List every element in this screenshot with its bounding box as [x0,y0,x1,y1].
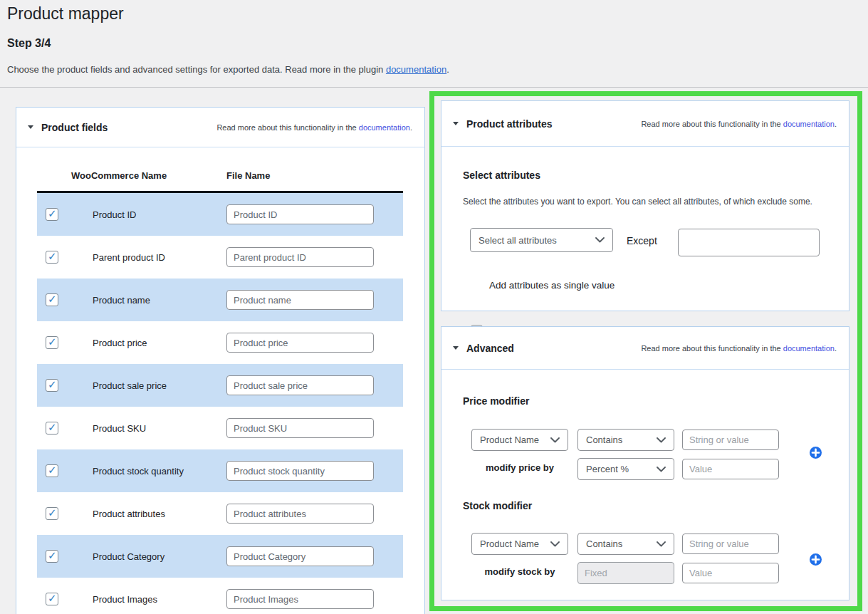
row-checkbox[interactable] [46,336,58,349]
row-filename-input[interactable] [226,247,374,267]
chevron-down-icon [595,237,605,243]
row-checkbox[interactable] [46,550,58,563]
select-attributes-description: Select the attributes you want to export… [463,197,812,207]
row-checkbox[interactable] [46,379,58,392]
stock-modifier-heading: Stock modifier [463,500,532,511]
stock-field-select-value: Product Name [480,538,539,549]
step-indicator: Step 3/4 [7,37,51,50]
price-field-select[interactable]: Product Name [471,429,568,451]
read-more-suffix: . [410,123,412,132]
table-row: Product ID [37,193,403,236]
header-divider [0,87,868,88]
table-row: Parent product ID [37,236,403,279]
stock-condition-select[interactable]: Contains [577,533,674,555]
product-fields-rows: Product ID Parent product ID Product nam… [37,193,403,614]
row-label: Product stock quantity [93,466,184,477]
price-field-select-value: Product Name [480,435,539,445]
row-filename-input[interactable] [226,333,374,353]
row-label: Product attributes [93,509,165,519]
price-string-input[interactable] [682,430,779,450]
select-attributes-heading: Select attributes [463,170,540,181]
documentation-link[interactable]: documentation [783,344,835,353]
read-more-note: Read more about this functionality in th… [641,120,837,128]
chevron-down-icon [657,541,666,547]
price-value-input[interactable] [682,459,779,479]
row-filename-input[interactable] [226,461,374,481]
product-fields-header[interactable]: Product fields Read more about this func… [16,108,424,147]
read-more-text: Read more about this functionality in th… [641,344,783,353]
stock-string-input[interactable] [682,534,779,554]
advanced-header[interactable]: Advanced Read more about this functional… [441,327,849,370]
intro-text-body: Choose the product fields and advanced s… [7,64,386,75]
except-label: Except [627,235,657,246]
row-filename-input[interactable] [226,546,374,566]
row-checkbox[interactable] [46,208,58,221]
row-filename-input[interactable] [226,375,374,395]
price-condition-select-value: Contains [586,435,622,445]
stock-value-input[interactable] [682,563,779,583]
modify-price-by-label: modify price by [471,462,568,473]
row-label: Product SKU [93,423,146,434]
chevron-down-icon [550,541,560,547]
modify-stock-by-label: modify stock by [471,566,568,577]
attributes-select-value: Select all attributes [479,235,557,246]
advanced-title: Advanced [453,343,514,354]
row-checkbox[interactable] [46,251,58,264]
row-filename-input[interactable] [226,204,374,224]
price-modify-type-select[interactable]: Percent % [577,458,674,480]
add-stock-modifier-button[interactable] [810,553,822,566]
product-attributes-header[interactable]: Product attributes Read more about this … [441,101,849,147]
documentation-link[interactable]: documentation [783,120,835,128]
row-label: Product Category [93,551,164,562]
row-checkbox[interactable] [46,507,58,520]
table-row: Product Category [37,535,403,578]
stock-modify-type-disabled-input [577,562,674,584]
product-fields-panel: Product fields Read more about this func… [16,107,425,614]
read-more-text: Read more about this functionality in th… [641,120,783,128]
price-condition-select[interactable]: Contains [577,429,674,451]
product-attributes-title-text: Product attributes [466,118,553,130]
row-checkbox[interactable] [46,593,58,605]
table-row: Product stock quantity [37,449,403,492]
product-attributes-title: Product attributes [453,118,553,130]
advanced-title-text: Advanced [466,343,514,354]
intro-text: Choose the product fields and advanced s… [7,64,449,75]
table-row: Product sale price [37,364,403,407]
row-label: Product sale price [93,380,167,391]
add-price-modifier-button[interactable] [810,447,822,459]
documentation-link[interactable]: documentation [386,64,446,75]
column-header-woocommerce-name: WooCommerce Name [71,170,167,181]
price-modifier-heading: Price modifier [463,395,529,407]
row-checkbox[interactable] [46,293,58,306]
table-row: Product Images [37,578,403,614]
stock-field-select[interactable]: Product Name [471,533,568,555]
column-header-file-name: File Name [226,170,270,181]
table-row: Product price [37,321,403,364]
collapse-caret-icon[interactable] [453,122,459,125]
row-filename-input[interactable] [226,589,374,609]
product-fields-title-text: Product fields [41,122,108,133]
intro-text-suffix: . [446,64,449,75]
chevron-down-icon [550,437,560,443]
product-fields-title: Product fields [28,122,108,133]
row-label: Parent product ID [93,252,165,263]
row-checkbox[interactable] [46,422,58,435]
page-title: Product mapper [7,4,124,24]
documentation-link[interactable]: documentation [359,123,410,132]
chevron-down-icon [657,467,666,472]
advanced-panel: Advanced Read more about this functional… [441,326,849,600]
row-label: Product price [93,338,147,348]
row-filename-input[interactable] [226,504,374,524]
row-filename-input[interactable] [226,418,374,438]
row-filename-input[interactable] [226,290,374,310]
product-attributes-panel: Product attributes Read more about this … [441,100,849,311]
attributes-select[interactable]: Select all attributes [470,228,613,252]
row-checkbox[interactable] [46,464,58,477]
read-more-suffix: . [835,120,837,128]
collapse-caret-icon[interactable] [28,125,33,129]
except-input[interactable] [678,229,820,256]
price-modify-type-value: Percent % [586,464,629,474]
table-row: Product name [37,279,403,321]
collapse-caret-icon[interactable] [453,346,459,350]
row-label: Product name [93,295,150,306]
